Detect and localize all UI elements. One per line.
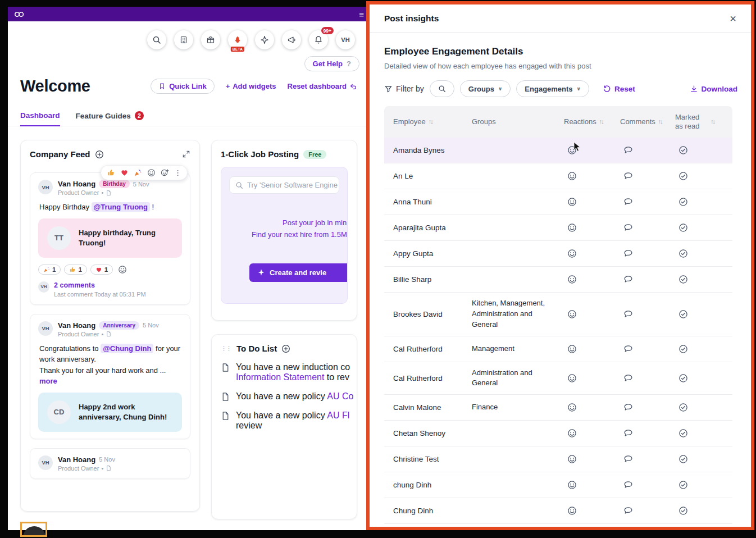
reaction-smiley-icon[interactable] — [555, 304, 611, 325]
todo-item[interactable]: You have a new policy AU Flreview — [221, 411, 348, 431]
expand-widget-button[interactable] — [182, 150, 190, 158]
chat-launcher[interactable] — [23, 526, 45, 537]
table-row[interactable]: Calvin MaloneFinance — [384, 395, 732, 421]
smiley-icon[interactable] — [147, 168, 156, 177]
more-link[interactable]: more — [39, 377, 57, 385]
col-marked-as-read[interactable]: Marked as read↑↓ — [666, 110, 732, 135]
table-row[interactable]: An Le — [384, 163, 732, 189]
user-avatar[interactable]: VH — [336, 30, 355, 49]
reaction-chip-heart[interactable]: 1 — [90, 265, 113, 275]
reaction-toolbar[interactable]: ⋮ — [101, 165, 188, 180]
notifications-button[interactable]: 99+ — [309, 30, 328, 49]
table-row[interactable]: Chung Dinh — [384, 498, 732, 524]
organisation-button[interactable] — [174, 30, 193, 49]
comments-icon[interactable] — [611, 339, 666, 359]
tab-dashboard[interactable]: Dashboard — [20, 111, 60, 126]
todo-item[interactable]: You have a new induction coInformation S… — [221, 362, 348, 382]
reaction-smiley-icon[interactable] — [555, 140, 611, 161]
comments-icon[interactable] — [611, 140, 666, 161]
search-filter-button[interactable] — [430, 80, 454, 97]
groups-dropdown[interactable]: Groups ∨ — [460, 80, 511, 97]
table-row[interactable]: Anna Thuni — [384, 189, 732, 215]
table-row[interactable]: Cal RutherfordAdministration and General — [384, 362, 732, 395]
comments-icon[interactable] — [611, 368, 666, 389]
search-button[interactable] — [147, 30, 166, 49]
reaction-smiley-icon[interactable] — [555, 500, 611, 521]
table-row[interactable]: chung Dinh — [384, 472, 732, 498]
reset-dashboard-button[interactable]: Reset dashboard — [288, 82, 357, 90]
add-todo-button[interactable] — [281, 344, 290, 353]
todo-item[interactable]: You have a new policy AU Co — [221, 391, 348, 402]
party-icon[interactable] — [134, 168, 142, 177]
reaction-chip-party[interactable]: 1 — [38, 265, 61, 275]
tab-feature-guides[interactable]: Feature Guides 2 — [76, 111, 144, 126]
table-row[interactable]: Appy Gupta — [384, 241, 732, 267]
comments-icon[interactable] — [611, 423, 666, 444]
marked-read-check-icon[interactable] — [666, 475, 732, 495]
mention-chip[interactable]: @Chung Dinh — [101, 344, 153, 353]
add-reaction-icon[interactable] — [118, 265, 127, 274]
table-row[interactable]: Billie Sharp — [384, 267, 732, 293]
reaction-smiley-icon[interactable] — [555, 475, 611, 495]
recruitment-beta-button[interactable]: BETA — [228, 30, 247, 49]
comments-icon[interactable] — [611, 304, 666, 325]
table-row[interactable]: Cal RutherfordManagement — [384, 336, 732, 362]
get-help-button[interactable]: Get Help ? — [304, 56, 359, 71]
reset-button[interactable]: Reset — [603, 85, 635, 93]
sort-icon[interactable]: ↑↓ — [658, 118, 662, 126]
reaction-smiley-icon[interactable] — [555, 368, 611, 389]
marked-read-check-icon[interactable] — [666, 397, 732, 418]
marked-read-check-icon[interactable] — [666, 339, 732, 359]
table-row[interactable]: Amanda Bynes — [384, 138, 732, 163]
comments-icon[interactable] — [611, 166, 666, 186]
job-search-input[interactable]: Try 'Senior Software Engine — [229, 176, 339, 194]
col-comments[interactable]: Comments↑↓ — [611, 114, 666, 130]
kebab-menu-icon[interactable]: ⋮ — [174, 169, 181, 176]
marked-read-check-icon[interactable] — [666, 500, 732, 521]
sort-icon[interactable]: ↑↓ — [429, 118, 432, 126]
reaction-chip-thumbs-up[interactable]: 1 — [64, 265, 86, 275]
reaction-smiley-icon[interactable] — [555, 269, 611, 290]
col-reactions[interactable]: Reactions↑↓ — [555, 114, 611, 130]
sort-icon[interactable]: ↑↓ — [599, 118, 603, 126]
add-widgets-button[interactable]: + Add widgets — [226, 82, 276, 90]
marked-read-check-icon[interactable] — [666, 269, 732, 290]
reaction-smiley-icon[interactable] — [555, 339, 611, 359]
table-row[interactable]: Christine Test — [384, 446, 732, 472]
marked-read-check-icon[interactable] — [666, 217, 732, 238]
marked-read-check-icon[interactable] — [666, 243, 732, 264]
comments-icon[interactable] — [611, 397, 666, 418]
marked-read-check-icon[interactable] — [666, 192, 732, 212]
reaction-smiley-icon[interactable] — [555, 449, 611, 469]
sort-icon[interactable]: ↑↓ — [711, 118, 714, 126]
comments-icon[interactable] — [611, 500, 666, 521]
quick-link-button[interactable]: Quick Link — [151, 79, 214, 94]
reaction-smiley-icon[interactable] — [555, 243, 611, 264]
marked-read-check-icon[interactable] — [666, 449, 732, 469]
drag-handle-icon[interactable]: ⋮⋮ — [221, 345, 231, 352]
comments-icon[interactable] — [611, 243, 666, 264]
ai-assistant-button[interactable] — [255, 30, 274, 49]
add-reaction-icon[interactable] — [161, 168, 169, 177]
heart-icon[interactable] — [120, 168, 129, 177]
comments-icon[interactable] — [611, 475, 666, 495]
table-row[interactable]: Chetan Shenoy — [384, 421, 732, 446]
comments-link[interactable]: 2 comments — [54, 281, 146, 289]
marked-read-check-icon[interactable] — [666, 368, 732, 389]
table-row[interactable]: Brookes DavidKitchen, Management, Admini… — [384, 293, 732, 336]
comments-icon[interactable] — [611, 217, 666, 238]
marked-read-check-icon[interactable] — [666, 166, 732, 186]
comments-icon[interactable] — [611, 192, 666, 212]
swag-store-button[interactable] — [201, 30, 220, 49]
announcements-button[interactable] — [282, 30, 301, 49]
create-job-button[interactable]: Create and revie — [249, 263, 348, 282]
download-button[interactable]: Download — [690, 85, 738, 93]
close-icon[interactable]: × — [730, 13, 736, 24]
table-row[interactable]: Aparajita Gupta — [384, 215, 732, 241]
marked-read-check-icon[interactable] — [666, 304, 732, 325]
engagements-dropdown[interactable]: Engagements ∨ — [516, 80, 589, 97]
comments-icon[interactable] — [611, 269, 666, 290]
marked-read-check-icon[interactable] — [666, 423, 732, 444]
reaction-smiley-icon[interactable] — [555, 217, 611, 238]
marked-read-check-icon[interactable] — [666, 140, 732, 161]
